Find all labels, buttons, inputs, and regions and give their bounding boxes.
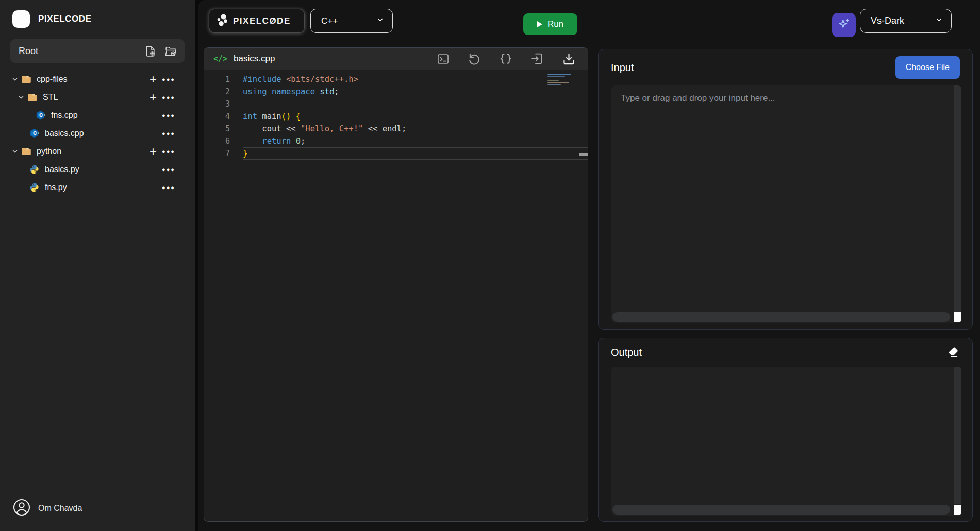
output-title: Output	[611, 347, 642, 358]
tree-item-STL[interactable]: STL+●●●	[0, 88, 195, 106]
app-root: PIXELCODE Root	[0, 0, 980, 531]
ai-assistant-button[interactable]	[832, 13, 856, 37]
line-number: 7	[204, 147, 230, 160]
input-textarea[interactable]	[611, 85, 954, 313]
line-number: 2	[204, 85, 230, 98]
svg-text:++: ++	[35, 131, 39, 134]
brand-dots-icon	[217, 13, 229, 28]
svg-text:++: ++	[41, 113, 45, 116]
item-menu-icon[interactable]: ●●●	[162, 166, 175, 173]
chevron-down-icon[interactable]	[11, 76, 19, 83]
chevron-down-icon	[935, 15, 943, 26]
code-content[interactable]: #include <bits/stdc++.h>using namespace …	[243, 73, 588, 160]
tree-item-python[interactable]: python+●●●	[0, 142, 195, 160]
file-tree: cpp-files+●●●STL+●●●C++fns.cpp●●●C++basi…	[0, 70, 195, 196]
tree-item-label: python	[37, 147, 61, 156]
root-bar[interactable]: Root	[10, 39, 185, 63]
code-line-6[interactable]: return 0;	[243, 135, 588, 147]
tree-item-label: basics.py	[45, 165, 79, 174]
chevron-down-icon[interactable]	[11, 148, 19, 155]
add-item-button[interactable]: +	[150, 92, 157, 102]
editor-scrollbar-handle[interactable]	[579, 153, 588, 156]
output-vertical-scrollbar[interactable]	[954, 367, 961, 504]
py-file-icon	[29, 164, 40, 175]
code-file-icon: </>	[213, 54, 227, 63]
sparkle-icon	[837, 18, 851, 32]
item-menu-icon[interactable]: ●●●	[162, 94, 175, 100]
tree-item-basics.py[interactable]: basics.py●●●	[0, 160, 195, 178]
main-area: PIXELCØDE C++ Run Vs-Dark	[198, 0, 980, 531]
folder-icon	[27, 93, 38, 102]
tree-item-label: fns.py	[45, 183, 67, 192]
sidebar: PIXELCODE Root	[0, 0, 195, 531]
input-vertical-scrollbar[interactable]	[954, 85, 961, 312]
tree-item-basics.cpp[interactable]: C++basics.cpp●●●	[0, 124, 195, 142]
code-line-4[interactable]: int main() {	[243, 110, 588, 123]
tree-item-label: STL	[43, 93, 58, 102]
root-label: Root	[19, 46, 38, 57]
user-profile[interactable]: Om Chavda	[12, 498, 82, 519]
sidebar-brand: PIXELCODE	[0, 0, 195, 37]
item-menu-icon[interactable]: ●●●	[162, 76, 175, 82]
item-menu-icon[interactable]: ●●●	[162, 112, 175, 118]
code-editor[interactable]: 1234567 #include <bits/stdc++.h>using na…	[204, 70, 588, 522]
line-number: 4	[204, 110, 230, 123]
line-number: 5	[204, 123, 230, 135]
line-number: 1	[204, 73, 230, 85]
item-menu-icon[interactable]: ●●●	[162, 184, 175, 191]
folder-icon	[21, 75, 31, 84]
user-avatar-icon	[12, 498, 31, 519]
clear-output-button[interactable]	[945, 345, 960, 361]
input-panel: Input Choose File	[598, 49, 973, 330]
run-button[interactable]: Run	[523, 13, 577, 35]
folder-icon	[21, 147, 31, 156]
item-menu-icon[interactable]: ●●●	[162, 130, 175, 136]
tree-item-label: cpp-files	[37, 75, 68, 84]
format-braces-icon[interactable]	[499, 52, 513, 66]
py-file-icon	[29, 182, 40, 193]
language-selected: C++	[321, 16, 338, 26]
chevron-down-icon[interactable]	[18, 94, 25, 101]
brand-button[interactable]: PIXELCØDE	[209, 9, 305, 33]
tree-item-cpp-files[interactable]: cpp-files+●●●	[0, 70, 195, 88]
tree-item-fns.cpp[interactable]: C++fns.cpp●●●	[0, 106, 195, 124]
language-select[interactable]: C++	[310, 9, 393, 33]
output-horizontal-scrollbar[interactable]	[612, 505, 950, 515]
input-resize-handle[interactable]	[954, 312, 961, 322]
item-menu-icon[interactable]: ●●●	[162, 148, 175, 155]
code-line-3[interactable]	[243, 98, 588, 110]
run-label: Run	[547, 19, 563, 29]
editor-header: </> basics.cpp	[204, 48, 588, 70]
eraser-icon	[945, 345, 960, 361]
export-file-icon[interactable]	[530, 52, 544, 66]
output-content	[611, 367, 961, 382]
output-panel: Output	[598, 338, 973, 522]
minimap[interactable]	[547, 74, 573, 87]
code-line-1[interactable]: #include <bits/stdc++.h>	[243, 73, 588, 85]
theme-selected: Vs-Dark	[871, 15, 904, 26]
input-horizontal-scrollbar[interactable]	[612, 312, 950, 322]
line-number: 6	[204, 135, 230, 147]
line-numbers: 1234567	[204, 73, 230, 160]
code-line-7[interactable]: }	[243, 147, 588, 160]
theme-select[interactable]: Vs-Dark	[860, 9, 952, 33]
tree-item-fns.py[interactable]: fns.py●●●	[0, 178, 195, 196]
new-file-icon[interactable]	[144, 45, 157, 58]
download-icon[interactable]	[561, 52, 576, 66]
terminal-icon[interactable]	[436, 52, 450, 66]
tree-item-label: fns.cpp	[51, 111, 78, 120]
user-name: Om Chavda	[38, 504, 82, 513]
code-line-5[interactable]: cout << "Hello, C++!" << endl;	[243, 123, 588, 135]
choose-file-button[interactable]: Choose File	[895, 56, 960, 79]
add-item-button[interactable]: +	[150, 146, 157, 157]
code-line-2[interactable]: using namespace std;	[243, 85, 588, 98]
output-resize-handle[interactable]	[954, 505, 961, 515]
cpp-file-icon: C++	[36, 110, 46, 121]
new-folder-icon[interactable]	[164, 45, 177, 58]
app-title: PIXELCODE	[38, 14, 92, 24]
add-item-button[interactable]: +	[150, 74, 157, 84]
reset-icon[interactable]	[467, 52, 481, 66]
brand-button-label: PIXELCØDE	[233, 16, 291, 26]
editor-filename: basics.cpp	[234, 54, 275, 64]
editor-panel: </> basics.cpp	[204, 47, 588, 522]
